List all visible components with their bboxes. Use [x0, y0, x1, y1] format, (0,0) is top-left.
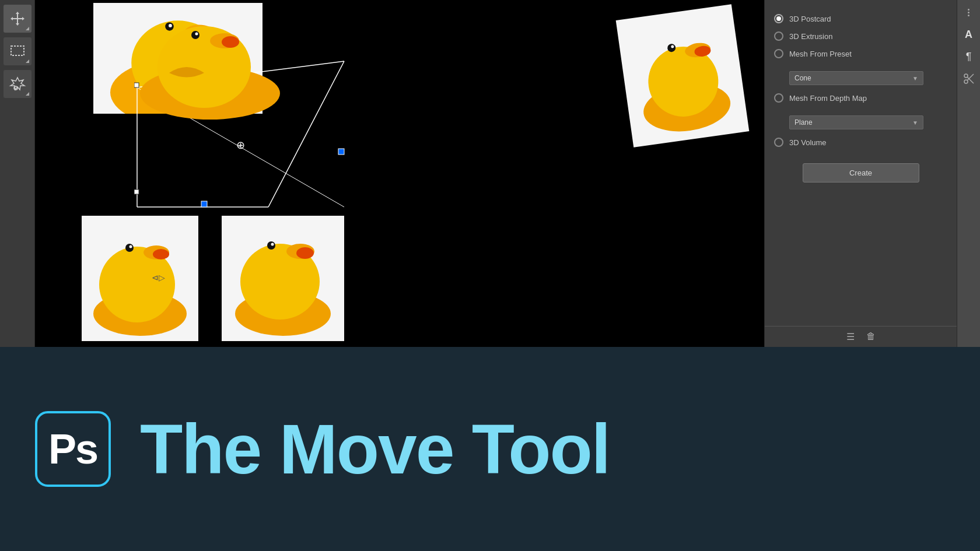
svg-line-52 — [967, 74, 974, 80]
radio-item-mesh-from-depth-map[interactable]: Mesh From Depth Map — [774, 93, 947, 103]
banner-title: The Move Tool — [140, 409, 610, 489]
svg-point-46 — [296, 247, 314, 259]
svg-point-40 — [130, 245, 132, 248]
duck-main-top — [123, 3, 298, 120]
svg-point-39 — [125, 244, 134, 252]
radio-circle-3d-extrusion — [774, 31, 783, 41]
svg-rect-0 — [11, 46, 24, 55]
duck-container: ⊕ — [35, 0, 764, 347]
dropdown-plane-arrow: ▼ — [912, 120, 918, 126]
svg-text:⊕: ⊕ — [236, 139, 245, 151]
dropdown-cone[interactable]: Cone ▼ — [789, 71, 923, 85]
radio-label-mesh-from-depth-map: Mesh From Depth Map — [789, 94, 867, 103]
dropdown-cone-arrow: ▼ — [912, 75, 918, 82]
radio-item-3d-extrusion[interactable]: 3D Extrusion — [774, 31, 947, 41]
ps-logo-text: Ps — [48, 425, 97, 473]
main-container: ⊕ — [0, 0, 980, 551]
svg-line-51 — [967, 77, 974, 83]
radio-item-3d-postcard[interactable]: 3D Postcard — [774, 14, 947, 23]
selection-tool[interactable] — [4, 37, 32, 65]
tool-triangle-lasso — [26, 92, 29, 96]
bottom-banner: Ps The Move Tool — [0, 347, 980, 551]
duck-bottom-right — [222, 216, 344, 341]
panel-content: 3D Postcard 3D Extrusion Mesh From Prese… — [765, 0, 957, 326]
panel-icon-layers[interactable]: ☰ — [846, 331, 855, 342]
ps-logo: Ps — [35, 411, 111, 487]
dropdown-cone-value: Cone — [794, 74, 811, 82]
svg-text:⊲▷: ⊲▷ — [152, 273, 165, 282]
svg-point-26 — [195, 33, 198, 36]
svg-point-47 — [267, 241, 275, 250]
radio-group-3d: 3D Postcard 3D Extrusion Mesh From Prese… — [774, 7, 947, 154]
left-toolbar — [0, 0, 35, 347]
canvas-area: ⊕ — [35, 0, 764, 347]
svg-rect-17 — [134, 189, 139, 194]
far-right-panel: A ¶ — [957, 0, 980, 347]
tool-triangle-selection — [26, 59, 29, 63]
far-right-icon-scissors[interactable] — [960, 70, 978, 87]
lasso-tool[interactable] — [4, 70, 32, 98]
radio-circle-3d-postcard — [774, 14, 783, 23]
radio-item-mesh-from-preset[interactable]: Mesh From Preset — [774, 49, 947, 58]
radio-label-mesh-from-preset: Mesh From Preset — [789, 50, 852, 58]
radio-item-3d-volume[interactable]: 3D Volume — [774, 138, 947, 147]
far-right-icon-align[interactable] — [960, 3, 978, 21]
dropdown-row-plane: Plane ▼ — [789, 115, 947, 129]
radio-label-3d-volume: 3D Volume — [789, 138, 827, 147]
panel-icon-delete[interactable]: 🗑 — [866, 331, 876, 342]
dropdown-row-cone: Cone ▼ — [789, 71, 947, 85]
svg-point-48 — [271, 243, 274, 245]
duck-top-right — [616, 4, 750, 148]
duck-bottom-left: ⊲▷ — [82, 216, 198, 341]
radio-circle-3d-volume — [774, 138, 783, 147]
svg-point-25 — [191, 31, 200, 39]
panel-bottom-icons: ☰ 🗑 — [765, 326, 957, 347]
far-right-icon-paragraph[interactable]: ¶ — [960, 48, 978, 65]
right-panel: 3D Postcard 3D Extrusion Mesh From Prese… — [764, 0, 957, 347]
dropdown-plane-value: Plane — [794, 118, 813, 127]
radio-label-3d-extrusion: 3D Extrusion — [789, 32, 832, 41]
far-right-icon-text-a[interactable]: A — [960, 26, 978, 43]
create-button[interactable]: Create — [803, 163, 919, 183]
svg-point-24 — [222, 36, 239, 48]
radio-label-3d-postcard: 3D Postcard — [789, 15, 831, 23]
svg-rect-16 — [201, 201, 207, 207]
radio-circle-mesh-from-depth-map — [774, 93, 783, 103]
dropdown-plane[interactable]: Plane ▼ — [789, 115, 923, 129]
svg-point-38 — [153, 249, 169, 259]
svg-rect-15 — [338, 149, 344, 155]
radio-circle-mesh-from-preset — [774, 49, 783, 58]
move-tool[interactable] — [4, 5, 32, 33]
top-section: ⊕ — [0, 0, 980, 347]
tool-triangle-move — [26, 27, 29, 30]
